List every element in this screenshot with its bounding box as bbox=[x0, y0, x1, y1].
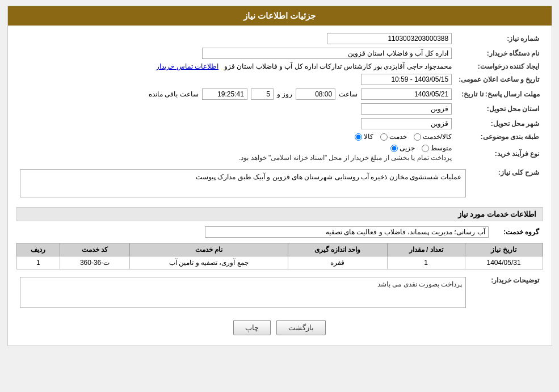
creator-text: محمدجواد حاجی آقابزدی پور کارشناس تدارکا… bbox=[224, 62, 452, 70]
province-label: استان محل تحویل: bbox=[455, 102, 543, 116]
purchase-motavasset-radio[interactable] bbox=[422, 145, 429, 152]
description-display: عملیات شستشوی مخازن ذخیره آب روستایی شهر… bbox=[20, 169, 466, 197]
category-kala-khedmat-radio[interactable] bbox=[414, 133, 421, 141]
deadline-row: 1403/05/21 ساعت 08:00 روز و 5 19:25:41 س… bbox=[16, 87, 456, 102]
col-name: نام خدمت bbox=[130, 243, 288, 256]
category-kala-label: کالا bbox=[364, 133, 373, 141]
purchase-motavasset-label: متوسط bbox=[431, 144, 452, 152]
category-kala-khedmat-label: کالا/خدمت bbox=[423, 133, 452, 141]
col-unit: واحد اندازه گیری bbox=[288, 243, 387, 256]
purchase-label: نوع فرآیند خرید: bbox=[455, 142, 543, 165]
buyer-notes-value-cell: پرداخت بصورت نقدی می باشد bbox=[16, 273, 469, 312]
org-value: اداره کل آب و فاضلاب استان قزوین bbox=[16, 46, 456, 61]
cell-qty: 1 bbox=[387, 256, 465, 269]
need-number-label: شماره نیاز: bbox=[455, 31, 543, 46]
announce-value: 1403/05/15 - 10:59 bbox=[16, 72, 456, 87]
cell-code: ت-36-360 bbox=[60, 256, 129, 269]
cell-date: 1404/05/31 bbox=[465, 256, 543, 269]
category-khedmat-radio[interactable] bbox=[380, 133, 388, 141]
col-date: تاریخ نیاز bbox=[465, 243, 543, 256]
deadline-time-label: ساعت bbox=[339, 90, 358, 98]
col-row: ردیف bbox=[16, 243, 60, 256]
page-header: جزئیات اطلاعات نیاز bbox=[8, 6, 552, 26]
deadline-label: مهلت ارسال پاسخ: تا تاریخ: bbox=[455, 87, 543, 102]
description-grid: شرح کلی نیاز: عملیات شستشوی مخازن ذخیره … bbox=[16, 165, 543, 201]
service-group-table: گروه خدمت: آب رسانی؛ مدیریت پسماند، فاضل… bbox=[16, 225, 543, 239]
category-radio-group: کالا/خدمت خدمت کالا bbox=[355, 133, 452, 141]
description-label: شرح کلی نیاز: bbox=[469, 165, 543, 201]
deadline-date-display: 1403/05/21 bbox=[361, 88, 452, 100]
category-options: کالا/خدمت خدمت کالا bbox=[16, 131, 456, 142]
page-title: جزئیات اطلاعات نیاز bbox=[243, 11, 316, 20]
city-value: قزوین bbox=[16, 116, 456, 131]
content-area: شماره نیاز: 1103003203000388 نام دستگاه … bbox=[8, 26, 552, 345]
creator-link[interactable]: اطلاعات تماس خریدار bbox=[156, 62, 218, 70]
purchase-info-text: پرداخت تمام یا بخشی از مبلغ خریدار از مح… bbox=[20, 152, 452, 163]
purchase-jozyi-option[interactable]: جزیی bbox=[390, 144, 415, 152]
category-khedmat-label: خدمت bbox=[389, 133, 407, 141]
buyer-notes-label: توضیحات خریدار: bbox=[469, 273, 543, 312]
deadline-days-display: 5 bbox=[251, 88, 274, 100]
need-number-display: 1103003203000388 bbox=[327, 33, 452, 44]
creator-label: ایجاد کننده درخواست: bbox=[455, 61, 543, 72]
announce-display: 1403/05/15 - 10:59 bbox=[361, 74, 452, 85]
deadline-days-label: روز و bbox=[277, 90, 292, 98]
buttons-row: بازگشت چاپ bbox=[16, 320, 543, 335]
deadline-remaining-label: ساعت باقی مانده bbox=[149, 90, 199, 98]
deadline-time-display: 08:00 bbox=[296, 88, 335, 100]
main-container: جزئیات اطلاعات نیاز شماره نیاز: 11030032… bbox=[7, 6, 552, 346]
services-table: تاریخ نیاز تعداد / مقدار واحد اندازه گیر… bbox=[16, 243, 543, 269]
col-qty: تعداد / مقدار bbox=[387, 243, 465, 256]
services-section-title: اطلاعات خدمات مورد نیاز bbox=[16, 207, 543, 221]
cell-unit: فقره bbox=[288, 256, 387, 269]
purchase-motavasset-option[interactable]: متوسط bbox=[422, 144, 452, 152]
back-button[interactable]: بازگشت bbox=[276, 320, 326, 335]
province-display: قزوین bbox=[361, 103, 452, 115]
info-grid: شماره نیاز: 1103003203000388 نام دستگاه … bbox=[16, 31, 543, 165]
province-value: قزوین bbox=[16, 102, 456, 116]
deadline-remaining-display: 19:25:41 bbox=[202, 88, 247, 100]
org-label: نام دستگاه خریدار: bbox=[455, 46, 543, 61]
category-khedmat-option[interactable]: خدمت bbox=[380, 133, 407, 141]
need-number-value: 1103003203000388 bbox=[54, 31, 455, 46]
category-label: طبقه بندی موضوعی: bbox=[455, 131, 543, 142]
purchase-radio-group: متوسط جزیی bbox=[390, 144, 452, 152]
cell-row: 1 bbox=[16, 256, 60, 269]
cell-name: جمع آوری، تصفیه و تامین آب bbox=[130, 256, 288, 269]
city-display: قزوین bbox=[361, 118, 452, 129]
city-label: شهر محل تحویل: bbox=[455, 116, 543, 131]
announce-label: تاریخ و ساعت اعلان عمومی: bbox=[455, 72, 543, 87]
category-kala-option[interactable]: کالا bbox=[355, 133, 373, 141]
service-group-label: گروه خدمت: bbox=[492, 225, 543, 239]
creator-value: محمدجواد حاجی آقابزدی پور کارشناس تدارکا… bbox=[16, 61, 456, 72]
service-group-display: آب رسانی؛ مدیریت پسماند، فاضلاب و فعالیت… bbox=[205, 226, 489, 238]
description-value-cell: عملیات شستشوی مخازن ذخیره آب روستایی شهر… bbox=[16, 165, 469, 201]
purchase-jozyi-radio[interactable] bbox=[390, 145, 398, 152]
service-group-value: آب رسانی؛ مدیریت پسماند، فاضلاب و فعالیت… bbox=[16, 225, 492, 239]
org-display: اداره کل آب و فاضلاب استان قزوین bbox=[202, 48, 452, 59]
notes-grid: توضیحات خریدار: پرداخت بصورت نقدی می باش… bbox=[16, 273, 543, 312]
category-kala-khedmat-option[interactable]: کالا/خدمت bbox=[414, 133, 452, 141]
table-row: 1404/05/31 1 فقره جمع آوری، تصفیه و تامی… bbox=[16, 256, 543, 269]
purchase-jozyi-label: جزیی bbox=[400, 144, 415, 152]
category-kala-radio[interactable] bbox=[355, 133, 362, 141]
col-code: کد خدمت bbox=[60, 243, 129, 256]
buyer-notes-display: پرداخت بصورت نقدی می باشد bbox=[20, 277, 466, 308]
purchase-options: متوسط جزیی پرداخت تمام یا بخشی از مبلغ خ… bbox=[16, 142, 456, 165]
print-button[interactable]: چاپ bbox=[233, 320, 271, 335]
